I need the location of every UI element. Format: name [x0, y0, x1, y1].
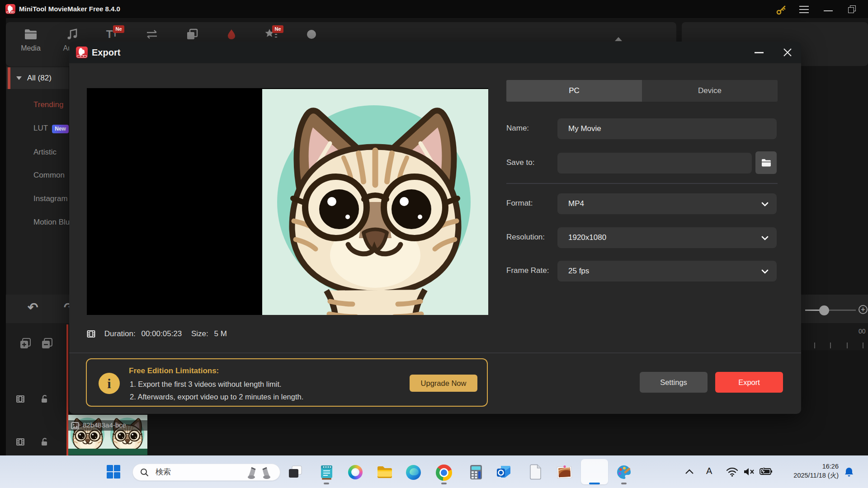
resolution-label: Resolution: — [506, 233, 545, 242]
task-view-icon[interactable] — [288, 465, 302, 480]
sidebar-all-label: All (82) — [27, 67, 52, 89]
sidebar-item-trending[interactable]: Trending — [33, 100, 63, 109]
collapse-triangle-icon — [16, 76, 22, 80]
start-button[interactable] — [106, 465, 121, 481]
app-title: MiniTool MovieMaker Free 8.4.0 — [19, 0, 120, 18]
dialog-close-icon[interactable] — [783, 47, 793, 57]
chevron-down-icon — [761, 202, 769, 206]
effects-icon — [211, 26, 252, 42]
clock-time: 16:26 — [789, 462, 839, 471]
sidebar-item-all[interactable]: All (82) — [6, 67, 69, 89]
settings-button[interactable]: Settings — [640, 372, 708, 393]
chrome-running-indicator — [441, 483, 447, 484]
video-preview — [87, 88, 488, 315]
limitations-title: Free Edition Limitations: — [129, 366, 219, 375]
track-header-column — [6, 323, 69, 455]
battery-charging-icon[interactable] — [760, 468, 772, 475]
text-icon: TT — [91, 26, 132, 42]
slider-handle[interactable] — [819, 305, 829, 315]
video-track-icon — [16, 394, 25, 404]
file-explorer-icon[interactable] — [377, 465, 393, 481]
active-app-plate[interactable] — [581, 459, 608, 484]
chevron-down-icon — [761, 269, 769, 274]
undo-icon[interactable]: ↶ — [28, 300, 38, 315]
register-key-icon[interactable] — [776, 5, 787, 15]
media-folder-icon — [10, 26, 51, 42]
overlay-icon — [172, 26, 212, 42]
name-input[interactable]: My Movie — [557, 118, 777, 139]
clock-date: 2025/11/18 (火) — [789, 471, 839, 480]
dialog-divider — [69, 352, 801, 353]
wifi-icon[interactable] — [726, 467, 738, 477]
notepad-running-indicator — [324, 483, 329, 484]
calculator-icon[interactable] — [469, 465, 483, 482]
remove-track-icon[interactable] — [41, 338, 53, 349]
palette-running-indicator — [621, 483, 627, 484]
search-input[interactable]: 検索 — [132, 464, 280, 481]
volume-muted-icon[interactable] — [743, 467, 755, 476]
tab-pc[interactable]: PC — [506, 80, 642, 102]
clip-info-row: Duration: 00:00:05:23 Size: 5 M — [86, 329, 227, 339]
sidebar-item-instagram[interactable]: Instagram — [33, 194, 68, 203]
playhead[interactable] — [66, 324, 68, 455]
add-track-icon[interactable] — [19, 338, 31, 349]
lut-new-badge: New — [52, 125, 69, 133]
browse-folder-button[interactable] — [755, 151, 777, 174]
resolution-select[interactable]: 868x488 — [557, 227, 777, 248]
lock-track-icon[interactable] — [40, 394, 48, 404]
menu-icon[interactable] — [799, 6, 809, 13]
notepad-icon[interactable] — [320, 464, 333, 482]
dialog-minimize-icon[interactable] — [755, 52, 764, 53]
duration-value: 00:00:05:23 — [141, 329, 182, 338]
lock-track2-icon[interactable] — [40, 437, 48, 446]
zoom-in-icon[interactable]: + — [859, 305, 868, 314]
form-divider — [506, 183, 778, 184]
restore-window-icon[interactable] — [848, 5, 856, 14]
notification-bell-icon[interactable] — [844, 467, 854, 478]
sidebar-item-motionblur[interactable]: Motion Blu — [33, 218, 70, 227]
format-label: Format: — [506, 199, 533, 208]
taskbar-clock[interactable]: 16:26 2025/11/18 (火) — [789, 462, 839, 480]
app-titlebar: MiniTool MovieMaker Free 8.4.0 — [0, 0, 868, 18]
export-button[interactable]: Export — [715, 372, 783, 393]
chrome-icon[interactable] — [436, 465, 452, 481]
edge-icon[interactable] — [406, 465, 421, 480]
photos-icon[interactable] — [556, 465, 573, 482]
search-placeholder: 検索 — [156, 467, 171, 477]
limitation-line-2: 2. Afterwards, export video up to 2 minu… — [130, 393, 303, 401]
save-to-input[interactable] — [557, 153, 752, 174]
format-select[interactable]: MP4 — [557, 193, 777, 214]
size-value: 5 M — [214, 329, 227, 338]
elements-star-icon — [251, 26, 292, 42]
tab-device[interactable]: Device — [642, 80, 778, 102]
document-icon[interactable] — [529, 464, 542, 482]
windows-taskbar: 検索 — [0, 455, 868, 488]
sidebar-item-common[interactable]: Common — [33, 171, 65, 180]
upgrade-now-button[interactable]: Upgrade Now — [410, 375, 477, 392]
minitool-running-indicator — [589, 483, 600, 484]
frame-rate-select[interactable]: 25 fps — [557, 261, 777, 282]
ime-indicator[interactable]: A — [706, 466, 712, 476]
paint-palette-icon[interactable] — [616, 465, 632, 482]
video-track2-icon — [16, 437, 25, 446]
timeline-clip[interactable]: 82b483a4-bce — [68, 415, 147, 455]
film-icon — [86, 329, 96, 338]
toolbar-media[interactable]: Media — [10, 26, 51, 52]
clip-name: 82b483a4-bce — [83, 421, 126, 429]
export-dialog-header: Export — [69, 42, 801, 63]
tray-chevron-up-icon[interactable] — [685, 469, 694, 474]
clip-label-overlay: 82b483a4-bce — [68, 420, 147, 431]
copilot-icon[interactable] — [348, 465, 363, 479]
folder-icon — [761, 159, 771, 167]
timeline-zoom-slider[interactable] — [805, 296, 856, 324]
export-dialog: Export Duration: 00:00:05:23 Size: 5 M i… — [69, 42, 801, 414]
outlook-icon[interactable] — [496, 465, 513, 481]
panzoom-icon — [292, 26, 332, 42]
search-highlight-image[interactable] — [246, 466, 275, 479]
sidebar-item-artistic[interactable]: Artistic — [33, 148, 57, 157]
toolbar-collapse-arrow[interactable] — [615, 37, 622, 41]
sidebar-item-lut[interactable]: LUT — [33, 124, 48, 133]
minimize-window-icon[interactable] — [824, 10, 833, 11]
clip-audio-bar — [68, 449, 147, 455]
name-label: Name: — [506, 124, 529, 133]
